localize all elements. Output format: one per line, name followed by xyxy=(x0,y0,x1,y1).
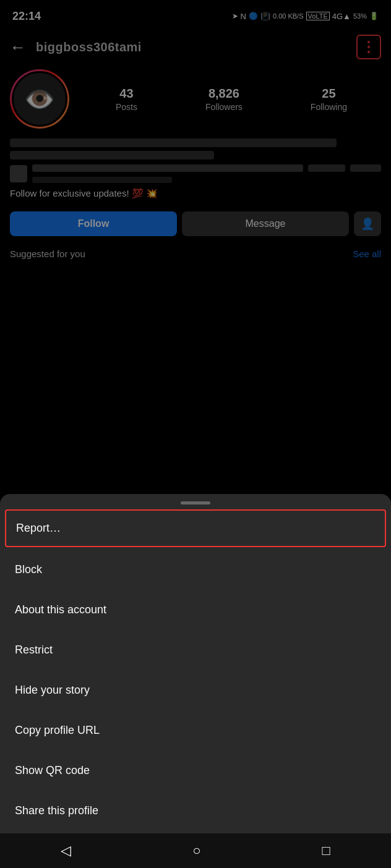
report-label: Report… xyxy=(16,522,61,534)
qr-code-label: Show QR code xyxy=(15,764,90,777)
nav-bar: ◁ ○ □ xyxy=(0,833,391,868)
share-profile-label: Share this profile xyxy=(15,804,98,817)
nav-back-button[interactable]: ◁ xyxy=(61,843,71,859)
sheet-item-share-profile[interactable]: Share this profile xyxy=(0,791,391,831)
nav-recent-button[interactable]: □ xyxy=(322,843,330,859)
copy-url-label: Copy profile URL xyxy=(15,724,100,736)
sheet-item-about[interactable]: About this account xyxy=(0,590,391,630)
hide-story-label: Hide your story xyxy=(15,684,90,696)
restrict-label: Restrict xyxy=(15,644,53,656)
bottom-sheet: Report… Block About this account Restric… xyxy=(0,494,391,868)
sheet-item-qr-code[interactable]: Show QR code xyxy=(0,751,391,791)
sheet-item-report[interactable]: Report… xyxy=(5,509,386,547)
block-label: Block xyxy=(15,563,42,576)
about-label: About this account xyxy=(15,603,106,616)
sheet-item-restrict[interactable]: Restrict xyxy=(0,630,391,670)
sheet-item-copy-url[interactable]: Copy profile URL xyxy=(0,710,391,751)
nav-home-button[interactable]: ○ xyxy=(192,843,200,859)
sheet-item-hide-story[interactable]: Hide your story xyxy=(0,670,391,710)
sheet-item-block[interactable]: Block xyxy=(0,550,391,590)
sheet-handle xyxy=(181,501,210,504)
